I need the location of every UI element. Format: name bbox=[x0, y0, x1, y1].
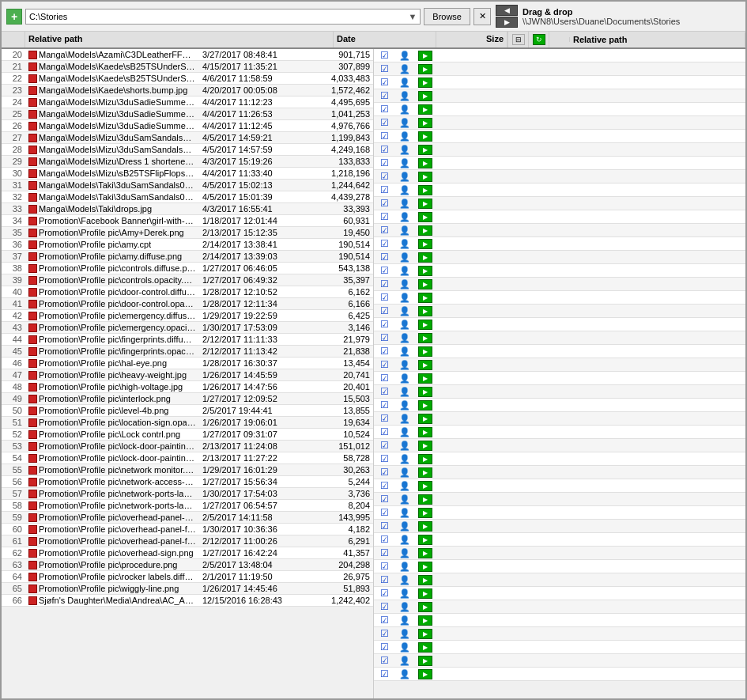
row-green-action[interactable]: ▶ bbox=[415, 426, 436, 438]
row-check[interactable]: ☑ bbox=[374, 385, 394, 398]
row-green-action[interactable]: ▶ bbox=[415, 372, 436, 384]
row-check[interactable]: ☑ bbox=[374, 627, 394, 640]
row-green-action[interactable]: ▶ bbox=[415, 331, 436, 344]
row-check[interactable]: ☑ bbox=[374, 278, 394, 290]
row-person[interactable]: 👤 bbox=[394, 494, 415, 505]
row-green-action[interactable]: ▶ bbox=[415, 668, 436, 680]
row-person[interactable]: 👤 bbox=[394, 278, 415, 290]
row-green-action[interactable]: ▶ bbox=[415, 157, 436, 169]
row-green-action[interactable]: ▶ bbox=[415, 170, 436, 183]
row-check[interactable]: ☑ bbox=[374, 399, 394, 411]
row-green-action[interactable]: ▶ bbox=[415, 547, 436, 559]
row-check[interactable]: ☑ bbox=[374, 49, 394, 62]
row-check[interactable]: ☑ bbox=[374, 331, 394, 344]
row-person[interactable]: 👤 bbox=[394, 104, 415, 115]
row-check[interactable]: ☑ bbox=[374, 210, 394, 223]
row-check[interactable]: ☑ bbox=[374, 439, 394, 452]
row-person[interactable]: 👤 bbox=[394, 131, 415, 142]
row-person[interactable]: 👤 bbox=[394, 440, 415, 452]
row-person[interactable]: 👤 bbox=[394, 238, 415, 250]
row-green-action[interactable]: ▶ bbox=[415, 627, 436, 640]
row-green-action[interactable]: ▶ bbox=[415, 76, 436, 89]
row-person[interactable]: 👤 bbox=[394, 171, 415, 183]
row-person[interactable]: 👤 bbox=[394, 305, 415, 317]
row-green-action[interactable]: ▶ bbox=[415, 520, 436, 532]
row-check[interactable]: ☑ bbox=[374, 103, 394, 115]
row-person[interactable]: 👤 bbox=[394, 507, 415, 519]
row-person[interactable]: 👤 bbox=[394, 63, 415, 75]
col-relpath-header[interactable]: Relative path bbox=[570, 32, 745, 47]
row-person[interactable]: 👤 bbox=[394, 601, 415, 613]
row-check[interactable]: ☑ bbox=[374, 493, 394, 505]
row-person[interactable]: 👤 bbox=[394, 386, 415, 398]
row-person[interactable]: 👤 bbox=[394, 252, 415, 263]
row-green-action[interactable]: ▶ bbox=[415, 533, 436, 546]
row-person[interactable]: 👤 bbox=[394, 77, 415, 89]
col-path-header[interactable]: Relative path bbox=[25, 32, 334, 47]
row-check[interactable]: ☑ bbox=[374, 668, 394, 680]
row-green-action[interactable]: ▶ bbox=[415, 237, 436, 250]
row-green-action[interactable]: ▶ bbox=[415, 560, 436, 573]
row-check[interactable]: ☑ bbox=[374, 600, 394, 613]
row-check[interactable]: ☑ bbox=[374, 318, 394, 331]
folder-path-combo[interactable]: C:\Stories ▼ bbox=[25, 9, 421, 25]
row-green-action[interactable]: ▶ bbox=[415, 89, 436, 102]
row-green-action[interactable]: ▶ bbox=[415, 251, 436, 263]
row-person[interactable]: 👤 bbox=[394, 413, 415, 425]
row-check[interactable]: ☑ bbox=[374, 62, 394, 75]
row-green-action[interactable]: ▶ bbox=[415, 62, 436, 75]
row-person[interactable]: 👤 bbox=[394, 211, 415, 223]
row-person[interactable]: 👤 bbox=[394, 373, 415, 384]
close-button[interactable]: ✕ bbox=[473, 8, 491, 25]
row-check[interactable]: ☑ bbox=[374, 452, 394, 465]
row-person[interactable]: 👤 bbox=[394, 574, 415, 586]
row-check[interactable]: ☑ bbox=[374, 547, 394, 559]
row-green-action[interactable]: ▶ bbox=[415, 130, 436, 142]
row-green-action[interactable]: ▶ bbox=[415, 184, 436, 196]
row-check[interactable]: ☑ bbox=[374, 291, 394, 304]
row-green-action[interactable]: ▶ bbox=[415, 103, 436, 115]
row-person[interactable]: 👤 bbox=[394, 117, 415, 129]
row-green-action[interactable]: ▶ bbox=[415, 466, 436, 479]
row-green-action[interactable]: ▶ bbox=[415, 412, 436, 425]
row-green-action[interactable]: ▶ bbox=[415, 506, 436, 519]
row-person[interactable]: 👤 bbox=[394, 453, 415, 465]
row-green-action[interactable]: ▶ bbox=[415, 385, 436, 398]
row-green-action[interactable]: ▶ bbox=[415, 278, 436, 290]
row-green-action[interactable]: ▶ bbox=[415, 399, 436, 411]
row-green-action[interactable]: ▶ bbox=[415, 264, 436, 277]
row-check[interactable]: ☑ bbox=[374, 520, 394, 532]
row-green-action[interactable]: ▶ bbox=[415, 573, 436, 586]
row-check[interactable]: ☑ bbox=[374, 170, 394, 183]
row-person[interactable]: 👤 bbox=[394, 668, 415, 680]
row-person[interactable]: 👤 bbox=[394, 480, 415, 492]
row-person[interactable]: 👤 bbox=[394, 467, 415, 479]
row-check[interactable]: ☑ bbox=[374, 372, 394, 384]
row-check[interactable]: ☑ bbox=[374, 654, 394, 667]
row-green-action[interactable]: ▶ bbox=[415, 641, 436, 653]
row-person[interactable]: 👤 bbox=[394, 426, 415, 438]
row-check[interactable]: ☑ bbox=[374, 305, 394, 317]
row-check[interactable]: ☑ bbox=[374, 345, 394, 358]
row-check[interactable]: ☑ bbox=[374, 358, 394, 371]
row-check[interactable]: ☑ bbox=[374, 479, 394, 492]
filter-icon[interactable]: ⊟ bbox=[512, 34, 525, 45]
row-check[interactable]: ☑ bbox=[374, 533, 394, 546]
row-person[interactable]: 👤 bbox=[394, 90, 415, 102]
row-check[interactable]: ☑ bbox=[374, 264, 394, 277]
row-check[interactable]: ☑ bbox=[374, 197, 394, 210]
row-green-action[interactable]: ▶ bbox=[415, 210, 436, 223]
row-green-action[interactable]: ▶ bbox=[415, 479, 436, 492]
row-person[interactable]: 👤 bbox=[394, 346, 415, 358]
row-check[interactable]: ☑ bbox=[374, 89, 394, 102]
row-person[interactable]: 👤 bbox=[394, 588, 415, 600]
row-person[interactable]: 👤 bbox=[394, 561, 415, 573]
row-person[interactable]: 👤 bbox=[394, 615, 415, 626]
row-check[interactable]: ☑ bbox=[374, 237, 394, 250]
row-green-action[interactable]: ▶ bbox=[415, 358, 436, 371]
add-folder-button[interactable]: + bbox=[6, 9, 22, 25]
browse-button[interactable]: Browse bbox=[424, 8, 470, 25]
row-green-action[interactable]: ▶ bbox=[415, 116, 436, 129]
row-green-action[interactable]: ▶ bbox=[415, 654, 436, 667]
row-green-action[interactable]: ▶ bbox=[415, 452, 436, 465]
